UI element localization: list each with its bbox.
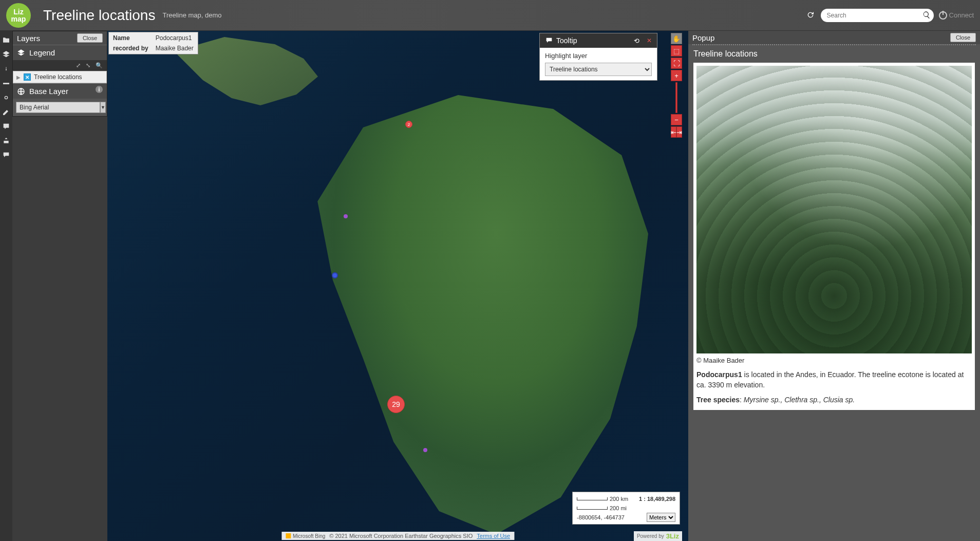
legend-tools: ⤢ ⤡ 🔍 [13, 60, 107, 71]
map-cluster-large[interactable]: 29 [387, 396, 405, 413]
lizmap-logo[interactable]: Liz map [6, 3, 31, 28]
legend-header[interactable]: Legend [13, 45, 107, 60]
highlight-layer-select[interactable]: Treeline locations [545, 63, 652, 76]
tooltip-title: Tooltip [556, 36, 577, 45]
baselayer-label: Base Layer [29, 87, 68, 96]
map-attribution: Microsoft Bing © 2021 Microsoft Corporat… [281, 532, 514, 540]
info-row: recorded by Maaike Bader [110, 44, 197, 53]
info-val: Podocarpus1 [153, 33, 197, 43]
zoom-full-icon[interactable]: ⛶ [671, 58, 682, 69]
photo-copyright: © Maaike Bader [696, 353, 972, 367]
search-box [821, 9, 934, 22]
layers-icon[interactable] [0, 48, 12, 61]
info-key: Name [110, 33, 152, 43]
layers-panel: Layers Close Legend ⤢ ⤡ 🔍 ▶ ✕ Treeline l… [12, 31, 107, 117]
tooltip-close-icon[interactable]: ✕ [647, 37, 652, 44]
header-actions: Connect [806, 9, 974, 22]
feature-info-box: Name Podocarpus1 recorded by Maaike Bade… [108, 32, 198, 54]
tooltip-head: Tooltip ⟲ ✕ [540, 33, 657, 48]
globe-icon [17, 87, 25, 96]
expand-all-icon[interactable]: ⤢ [76, 62, 81, 69]
feature-description: Podocarpus1 is located in the Andes, in … [696, 367, 972, 393]
search-icon[interactable] [922, 11, 931, 21]
highlight-label: Highlight layer [545, 52, 652, 60]
close-popup-button[interactable]: Close [950, 33, 976, 42]
comment-icon[interactable] [0, 149, 12, 161]
history-nav: ⇤ ⇥ [671, 126, 682, 138]
tooltip-body: Highlight layer Treeline locations [540, 48, 657, 80]
info-key: recorded by [110, 44, 152, 53]
map-point-selected[interactable] [332, 272, 338, 278]
info-row: Name Podocarpus1 [110, 33, 197, 43]
popup-section-title: Treeline locations [688, 45, 980, 63]
zoom-in-button[interactable]: + [671, 70, 682, 81]
layer-item-label: Treeline locations [34, 73, 82, 81]
app-header: Liz map Treeline locations Treeline map,… [0, 0, 980, 31]
map-point-2[interactable] [423, 448, 427, 452]
species-label: Tree species [696, 396, 740, 404]
svg-point-0 [5, 96, 7, 99]
map-canvas[interactable]: 2 29 Name Podocarpus1 recorded by Maaike… [107, 31, 688, 541]
page-subtitle: Treeline map, demo [162, 11, 221, 19]
connect-label: Connect [949, 11, 974, 19]
chevron-down-icon[interactable]: ▼ [100, 102, 106, 113]
collapse-all-icon[interactable]: ⤡ [86, 62, 90, 69]
powered-by: Powered by 3Liz [634, 531, 682, 541]
brand-3liz[interactable]: 3Liz [666, 532, 679, 540]
feature-photo [696, 66, 972, 353]
bing-logo: Microsoft Bing [286, 533, 325, 539]
zoom-toolbar: ✋ ⬚ ⛶ + − ⇤ ⇥ [671, 33, 682, 138]
popup-card: © Maaike Bader Podocarpus1 is located in… [693, 63, 975, 410]
species-line: Tree species: Myrsine sp., Clethra sp., … [696, 393, 972, 407]
pan-icon[interactable]: ✋ [671, 33, 682, 44]
refresh-icon[interactable] [806, 11, 816, 20]
search-input[interactable] [821, 9, 934, 22]
zoom-box-icon[interactable]: ⬚ [671, 45, 682, 57]
layer-checkbox[interactable]: ✕ [24, 73, 31, 81]
close-layers-button[interactable]: Close [77, 33, 103, 43]
zoom-slider[interactable] [675, 82, 677, 113]
units-select[interactable]: Meters [647, 513, 675, 522]
scalebar-km [577, 497, 608, 500]
scale-box: 200 km 1 : 18,489,298 200 mi -8800654, -… [572, 492, 680, 525]
info-icon[interactable] [0, 63, 12, 75]
legend-label: Legend [29, 48, 55, 57]
connect-button[interactable]: Connect [939, 11, 974, 20]
baselayer-dropdown[interactable]: ▼ [16, 102, 104, 113]
map-point-1[interactable] [344, 214, 348, 218]
baselayer-info-icon[interactable]: i [96, 86, 103, 93]
layers-panel-title: Layers [17, 34, 40, 43]
popup-title: Popup [692, 33, 714, 42]
terms-link[interactable]: Terms of Use [477, 533, 510, 539]
baselayer-header: Base Layer i [13, 83, 107, 99]
target-icon[interactable] [0, 91, 12, 104]
desc-name: Podocarpus1 [696, 370, 742, 379]
projects-icon[interactable] [0, 34, 12, 46]
scale-km: 200 km [610, 496, 628, 502]
zoom-extent-icon[interactable]: 🔍 [96, 62, 103, 69]
scale-mi: 200 mi [610, 505, 627, 511]
layer-item-treeline[interactable]: ▶ ✕ Treeline locations [13, 71, 107, 83]
power-icon [939, 11, 947, 20]
legend-stack-icon [17, 49, 25, 57]
share-icon[interactable] [0, 135, 12, 147]
zoom-out-button[interactable]: − [671, 114, 682, 125]
tooltip-refresh-icon[interactable]: ⟲ [634, 37, 639, 45]
scale-ratio: 1 : 18,489,298 [639, 496, 675, 502]
powered-label: Powered by [637, 533, 664, 539]
speech-icon [545, 36, 553, 45]
edit-icon[interactable] [0, 106, 12, 118]
layers-panel-head: Layers Close [13, 31, 107, 45]
popup-head: Popup Close [688, 31, 980, 44]
species-list: Myrsine sp., Clethra sp., Clusia sp. [744, 396, 855, 404]
coords: -8800654, -464737 [577, 514, 625, 520]
scalebar-mi [577, 507, 608, 510]
zoom-next-icon[interactable]: ⇥ [676, 126, 682, 138]
zoom-prev-icon[interactable]: ⇤ [671, 126, 676, 138]
left-toolbar [0, 31, 12, 541]
tooltip-tool-icon[interactable] [0, 120, 12, 133]
map-cluster-small[interactable]: 2 [405, 121, 412, 128]
layer-expand-icon[interactable]: ▶ [16, 74, 21, 80]
ruler-icon[interactable] [0, 77, 12, 89]
page-title: Treeline locations [43, 7, 155, 24]
